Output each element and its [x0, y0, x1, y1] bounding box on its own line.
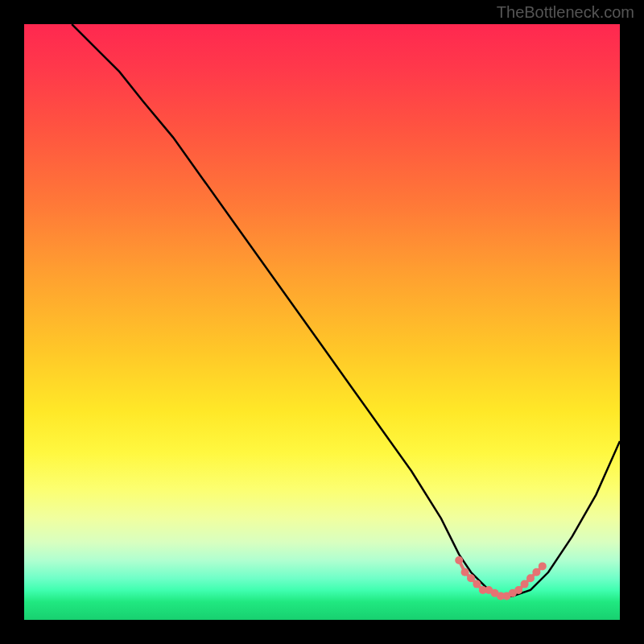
chart-plot-area [24, 24, 620, 620]
watermark-text: TheBottleneck.com [497, 3, 634, 22]
bottleneck-curve-line [72, 24, 620, 596]
chart-svg [24, 24, 620, 620]
